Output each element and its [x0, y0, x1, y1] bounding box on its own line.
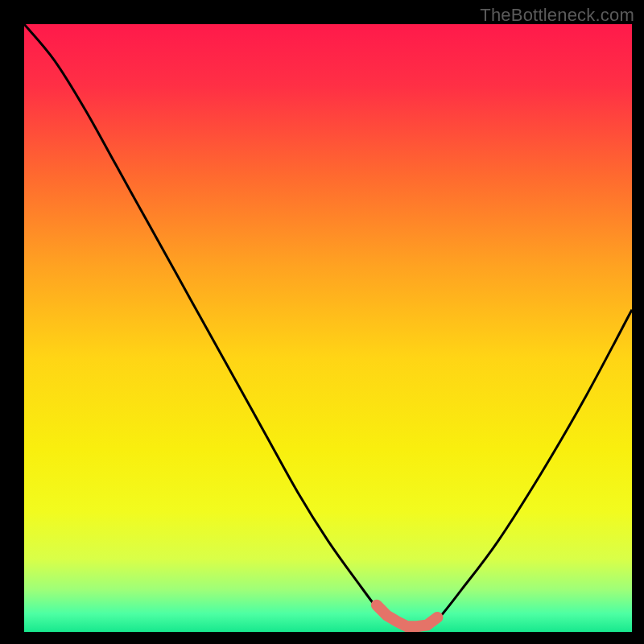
- chart-svg: [24, 24, 632, 632]
- chart-container: TheBottleneck.com: [0, 0, 644, 644]
- bottleneck-chart: [24, 24, 632, 632]
- watermark-text: TheBottleneck.com: [480, 5, 634, 26]
